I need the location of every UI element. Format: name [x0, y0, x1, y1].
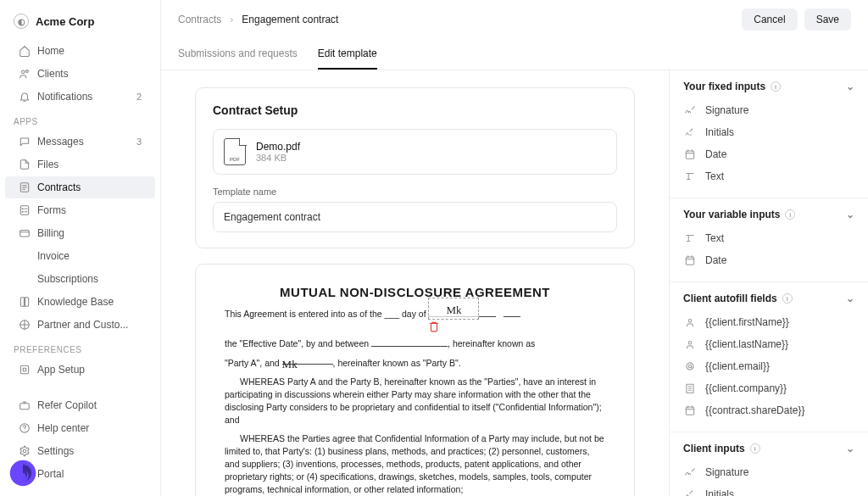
sidebar-item-label: Notifications [37, 91, 92, 103]
group-title: Your variable inputs [683, 209, 780, 220]
sidebar-item-knowledge-base[interactable]: Knowledge Base [5, 291, 155, 313]
tab-edit-template[interactable]: Edit template [318, 39, 377, 70]
breadcrumb: Contracts › Engagement contract [178, 14, 338, 25]
input-item-initials[interactable]: Initials [683, 483, 854, 496]
svg-rect-13 [686, 151, 693, 159]
sidebar-item-forms[interactable]: Forms [5, 199, 155, 221]
sidebar-item-label: Settings [37, 445, 74, 457]
sidebar-item-label: Subscriptions [37, 273, 98, 285]
input-item--client-company-[interactable]: {{client.company}} [683, 377, 854, 399]
sidebar-item-help-center[interactable]: Help center [5, 417, 155, 439]
sidebar-item-billing[interactable]: Billing [5, 222, 155, 244]
signature-field-overlay[interactable]: Mk [428, 298, 479, 320]
input-item--client-firstname-[interactable]: {{client.firstName}} [683, 311, 854, 333]
sidebar-item-clients[interactable]: Clients [5, 63, 155, 85]
kb-icon [19, 296, 31, 308]
svg-point-5 [22, 211, 23, 212]
info-icon[interactable]: i [785, 209, 795, 220]
init-icon [683, 488, 697, 496]
save-button[interactable]: Save [804, 8, 851, 31]
sidebar-item-subscriptions[interactable]: Subscriptions [5, 268, 155, 290]
doc-p1-line3: "Party A", and Mk, hereinafter known as … [225, 355, 605, 370]
input-item-text[interactable]: Text [683, 227, 854, 249]
billing-icon [19, 227, 31, 239]
sidebar-item-app-setup[interactable]: App Setup [5, 359, 155, 381]
contract-setup-panel: Contract Setup PDF Demo.pdf 384 KB Templ… [195, 87, 635, 248]
svg-point-4 [22, 209, 23, 209]
sidebar-item-invoice[interactable]: Invoice [5, 245, 155, 267]
signature-scribble-icon: Mk [446, 303, 461, 319]
input-item--client-lastname-[interactable]: {{client.lastName}} [683, 333, 854, 355]
panel-title: Contract Setup [213, 103, 617, 117]
input-item-label: {{client.email}} [705, 360, 770, 372]
init-icon [683, 125, 697, 139]
svg-rect-6 [20, 231, 30, 237]
input-item-label: Date [705, 254, 726, 266]
input-item-date[interactable]: Date [683, 143, 854, 165]
input-item-signature[interactable]: Signature [683, 461, 854, 483]
sidebar-item-files[interactable]: Files [5, 153, 155, 176]
cancel-button[interactable]: Cancel [742, 8, 797, 31]
info-icon[interactable]: i [771, 81, 781, 92]
input-item-text[interactable]: Text [683, 165, 854, 187]
input-item-date[interactable]: Date [683, 249, 854, 271]
input-item-label: {{contract.shareDate}} [705, 404, 804, 416]
settings-icon [19, 445, 31, 457]
svg-rect-18 [687, 384, 693, 393]
sidebar-item-label: Messages [37, 136, 84, 148]
info-icon[interactable]: i [782, 293, 793, 304]
svg-point-1 [25, 70, 28, 73]
svg-point-17 [688, 365, 692, 368]
sidebar-item-label: Invoice [37, 250, 70, 262]
right-panel: Your fixed inputs i ⌄ Signature Initials… [669, 70, 868, 496]
input-item-signature[interactable]: Signature [683, 99, 854, 121]
input-item-label: {{client.lastName}} [705, 338, 788, 350]
svg-rect-8 [20, 365, 28, 373]
sidebar-item-label: Partner and Custo... [37, 319, 128, 331]
breadcrumb-current: Engagement contract [242, 14, 338, 25]
input-item-initials[interactable]: Initials [683, 121, 854, 143]
content-column: Contract Setup PDF Demo.pdf 384 KB Templ… [161, 70, 669, 496]
sidebar-item-refer-copilot[interactable]: Refer Copilot [5, 394, 155, 416]
chevron-down-icon: ⌄ [846, 81, 854, 92]
sidebar-item-label: Refer Copilot [37, 399, 97, 411]
input-item--client-email-[interactable]: {{client.email}} [683, 355, 854, 377]
input-group-header[interactable]: Client inputs i ⌄ [683, 443, 854, 454]
sidebar-item-notifications[interactable]: Notifications2 [5, 86, 155, 108]
document-preview[interactable]: MUTUAL NON-DISCLOSURE AGREEMENT This Agr… [195, 264, 635, 496]
forms-icon [19, 204, 31, 216]
input-item-label: Date [705, 148, 726, 160]
template-name-input[interactable] [213, 202, 617, 232]
group-title: Client autofill fields [683, 293, 777, 304]
setup-icon [19, 364, 31, 376]
sidebar-item-label: App Setup [37, 364, 85, 376]
sidebar-item-label: Knowledge Base [37, 296, 114, 308]
input-group-header[interactable]: Your fixed inputs i ⌄ [683, 81, 854, 92]
input-group-header[interactable]: Your variable inputs i ⌄ [683, 209, 854, 220]
sidebar: ◐ Acme Corp HomeClientsNotifications2 AP… [0, 0, 161, 496]
trash-icon[interactable] [428, 320, 501, 332]
clients-icon [19, 68, 31, 80]
sidebar-item-partner-and-custo-[interactable]: Partner and Custo... [5, 314, 155, 336]
brand-name: Acme Corp [36, 15, 94, 28]
user-icon [683, 337, 697, 351]
sidebar-item-messages[interactable]: Messages3 [5, 131, 155, 153]
sidebar-item-label: Help center [37, 422, 89, 434]
tab-submissions[interactable]: Submissions and requests [178, 39, 298, 70]
chevron-down-icon: ⌄ [846, 209, 854, 220]
nav-section-prefs: PREFERENCES [0, 337, 160, 358]
file-row[interactable]: PDF Demo.pdf 384 KB [213, 129, 617, 175]
msg-icon [19, 136, 31, 148]
breadcrumb-root[interactable]: Contracts [178, 14, 221, 25]
sidebar-item-home[interactable]: Home [5, 40, 155, 62]
date-icon [683, 404, 697, 417]
sidebar-item-contracts[interactable]: Contracts [5, 176, 155, 198]
input-item-label: {{client.company}} [705, 382, 787, 394]
sig-icon [683, 103, 697, 117]
input-item--contract-sharedate-[interactable]: {{contract.shareDate}} [683, 399, 854, 421]
refer-icon [19, 399, 31, 411]
input-item-label: Initials [705, 488, 734, 496]
input-group-header[interactable]: Client autofill fields i ⌄ [683, 293, 854, 304]
info-icon[interactable]: i [750, 443, 760, 454]
group-title: Your fixed inputs [683, 81, 765, 92]
